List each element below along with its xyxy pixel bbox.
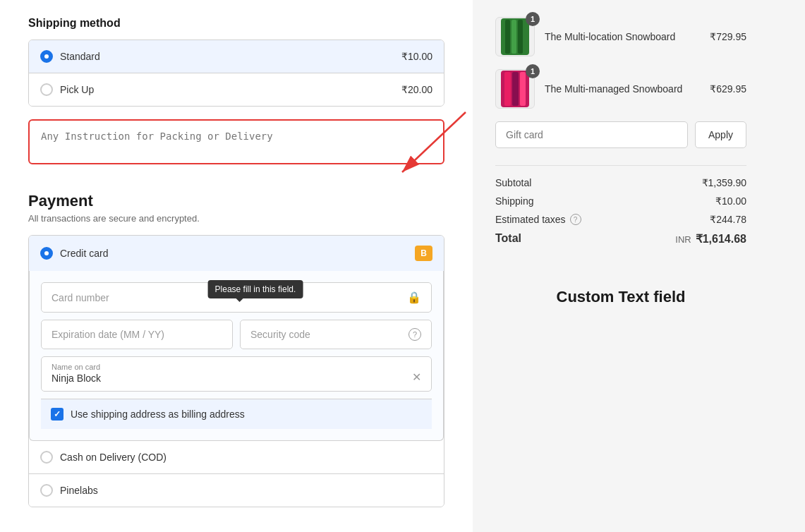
radio-standard — [40, 50, 53, 63]
grand-total-value-wrap: INR ₹1,614.68 — [675, 232, 746, 246]
pinelabs-label: Pinelabs — [60, 485, 432, 496]
payment-subtitle: All transactions are secure and encrypte… — [28, 213, 444, 224]
shipping-option-standard[interactable]: Standard ₹10.00 — [29, 40, 444, 73]
product-name-1: The Multi-location Snowboard — [545, 31, 700, 42]
security-placeholder: Security code — [250, 329, 310, 340]
name-on-card-field[interactable]: Name on card Ninja Block ✕ — [41, 356, 432, 392]
product-price-2: ₹629.95 — [710, 83, 746, 95]
shipping-value: ₹10.00 — [715, 195, 746, 207]
subtotal-row: Subtotal ₹1,359.90 — [495, 177, 746, 188]
shipping-row: Shipping ₹10.00 — [495, 195, 746, 207]
braintree-badge: B — [415, 246, 432, 261]
order-totals: Subtotal ₹1,359.90 Shipping ₹10.00 Estim… — [495, 165, 746, 246]
payment-option-pinelabs[interactable]: Pinelabs — [29, 473, 444, 507]
billing-checkbox[interactable]: Use shipping address as billing address — [41, 399, 432, 429]
shipping-options: Standard ₹10.00 Pick Up ₹20.00 — [28, 40, 444, 107]
standard-price: ₹10.00 — [401, 51, 432, 62]
taxes-label: Estimated taxes — [495, 214, 566, 225]
shipping-option-pickup[interactable]: Pick Up ₹20.00 — [29, 73, 444, 106]
help-icon: ? — [408, 328, 421, 341]
custom-text-annotation: Custom Text field — [495, 288, 746, 306]
card-number-field[interactable]: Card number 🔒 Please fill in this field. — [41, 282, 432, 313]
radio-pinelabs — [40, 484, 53, 497]
order-summary-panel: 1 The Multi-location Snowboard ₹729.95 1… — [473, 0, 769, 532]
billing-checkbox-icon — [51, 408, 63, 421]
taxes-value: ₹244.78 — [710, 214, 746, 225]
card-form: Card number 🔒 Please fill in this field.… — [29, 271, 444, 441]
subtotal-label: Subtotal — [495, 177, 531, 188]
lock-icon: 🔒 — [407, 291, 421, 304]
product-image-wrap-1: 1 — [495, 17, 535, 56]
credit-card-label: Credit card — [60, 248, 415, 259]
product-item-1: 1 The Multi-location Snowboard ₹729.95 — [495, 17, 746, 56]
total-value: ₹1,614.68 — [696, 232, 746, 246]
product-image-wrap-2: 1 — [495, 69, 535, 109]
radio-credit-card — [40, 247, 53, 260]
grand-total-label: Total — [495, 232, 521, 246]
taxes-label-wrap: Estimated taxes ? — [495, 214, 581, 225]
radio-pickup — [40, 83, 53, 96]
snowboard-1-image — [501, 18, 529, 55]
expiry-placeholder: Expiration date (MM / YY) — [52, 329, 164, 340]
apply-button[interactable]: Apply — [695, 121, 746, 148]
payment-title: Payment — [28, 192, 444, 210]
security-field[interactable]: Security code ? — [240, 320, 432, 349]
svg-rect-5 — [518, 20, 523, 54]
product-price-1: ₹729.95 — [710, 31, 746, 42]
svg-rect-9 — [520, 72, 526, 106]
custom-text-label: Custom Text field — [557, 288, 686, 306]
grand-total-row: Total INR ₹1,614.68 — [495, 232, 746, 246]
svg-rect-3 — [505, 20, 510, 54]
standard-label: Standard — [60, 51, 401, 62]
payment-option-credit-card[interactable]: Credit card B — [29, 236, 444, 271]
gift-card-row: Apply — [495, 121, 746, 148]
billing-checkbox-label: Use shipping address as billing address — [71, 409, 245, 420]
gift-card-input[interactable] — [495, 121, 688, 148]
expiry-field[interactable]: Expiration date (MM / YY) — [41, 320, 233, 349]
shipping-label: Shipping — [495, 195, 534, 207]
subtotal-value: ₹1,359.90 — [702, 177, 747, 188]
payment-option-cod[interactable]: Cash on Delivery (COD) — [29, 441, 444, 473]
name-on-card-label: Name on card — [52, 363, 101, 371]
product-badge-2: 1 — [526, 64, 540, 78]
radio-cod — [40, 451, 53, 464]
shipping-section: Shipping method Standard ₹10.00 Pick Up … — [28, 17, 444, 186]
pickup-label: Pick Up — [60, 84, 401, 95]
payment-section: Payment All transactions are secure and … — [28, 192, 444, 507]
tooltip-fill-field: Please fill in this field. — [208, 280, 303, 298]
shipping-section-title: Shipping method — [28, 17, 444, 30]
product-badge-1: 1 — [526, 12, 540, 26]
taxes-row: Estimated taxes ? ₹244.78 — [495, 214, 746, 225]
svg-rect-4 — [512, 20, 516, 54]
cod-label: Cash on Delivery (COD) — [60, 452, 432, 463]
clear-name-icon[interactable]: ✕ — [412, 370, 421, 384]
taxes-info-icon: ? — [570, 214, 581, 225]
product-item-2: 1 The Multi-managed Snowboard ₹629.95 — [495, 69, 746, 109]
card-number-placeholder: Card number — [52, 292, 109, 303]
payment-options: Credit card B Card number 🔒 Please fill … — [28, 235, 444, 507]
svg-rect-8 — [512, 72, 519, 106]
name-on-card-value: Ninja Block — [52, 373, 101, 384]
instruction-textarea[interactable] — [28, 119, 444, 164]
snowboard-2-image — [501, 71, 529, 107]
product-name-2: The Multi-managed Snowboard — [545, 83, 700, 95]
expiry-security-row: Expiration date (MM / YY) Security code … — [41, 320, 432, 349]
total-currency: INR — [675, 234, 691, 245]
svg-rect-7 — [504, 72, 511, 106]
pickup-price: ₹20.00 — [401, 84, 432, 95]
